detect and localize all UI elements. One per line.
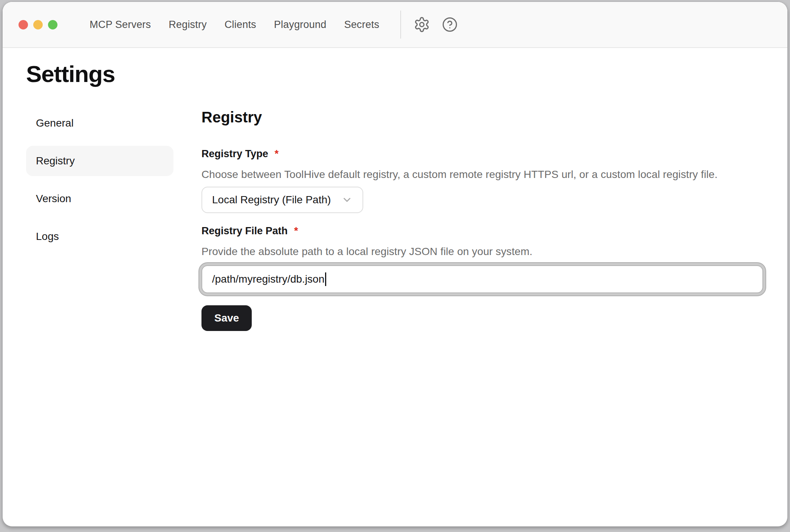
settings-gear-icon[interactable]: [413, 16, 431, 33]
topbar-icons: [413, 16, 459, 33]
registry-file-path-input[interactable]: /path/myregistry/db.json: [201, 265, 763, 293]
sidebar-item-registry[interactable]: Registry: [26, 146, 173, 176]
registry-type-selected-value: Local Registry (File Path): [212, 194, 331, 206]
registry-type-label-row: Registry Type *: [201, 148, 763, 160]
sidebar-item-version[interactable]: Version: [26, 184, 173, 214]
traffic-lights: [19, 20, 57, 29]
zoom-window-button[interactable]: [48, 20, 57, 29]
settings-sidebar: General Registry Version Logs: [26, 108, 173, 259]
registry-file-path-label-row: Registry File Path *: [201, 225, 763, 237]
help-circle-icon[interactable]: [441, 16, 459, 33]
registry-type-label: Registry Type: [201, 148, 268, 160]
nav-divider: [400, 11, 401, 39]
settings-page: Settings General Registry Version Logs R…: [3, 48, 787, 331]
required-asterisk: *: [275, 148, 279, 160]
close-window-button[interactable]: [19, 20, 28, 29]
sidebar-item-general[interactable]: General: [26, 108, 173, 138]
registry-type-select[interactable]: Local Registry (File Path): [201, 187, 363, 213]
nav-item-clients[interactable]: Clients: [225, 19, 256, 31]
nav-item-registry[interactable]: Registry: [169, 19, 207, 31]
minimize-window-button[interactable]: [33, 20, 43, 29]
page-title: Settings: [26, 61, 763, 87]
registry-file-path-description: Provide the absolute path to a local reg…: [201, 246, 763, 258]
top-navigation: MCP Servers Registry Clients Playground …: [90, 19, 379, 31]
section-title: Registry: [201, 108, 763, 126]
nav-item-secrets[interactable]: Secrets: [344, 19, 379, 31]
chevron-down-icon: [341, 194, 353, 206]
registry-file-path-label: Registry File Path: [201, 225, 288, 237]
registry-file-path-value: /path/myregistry/db.json: [212, 273, 324, 285]
nav-item-mcp-servers[interactable]: MCP Servers: [90, 19, 151, 31]
text-cursor: [325, 272, 326, 286]
sidebar-item-logs[interactable]: Logs: [26, 221, 173, 252]
save-button[interactable]: Save: [201, 305, 252, 331]
desktop-background: MCP Servers Registry Clients Playground …: [0, 0, 790, 532]
registry-settings-panel: Registry Registry Type * Choose between …: [201, 108, 763, 331]
nav-item-playground[interactable]: Playground: [274, 19, 327, 31]
app-window: MCP Servers Registry Clients Playground …: [2, 2, 788, 527]
title-bar[interactable]: MCP Servers Registry Clients Playground …: [3, 2, 787, 48]
required-asterisk: *: [294, 225, 298, 237]
registry-type-description: Choose between ToolHive default registry…: [201, 169, 763, 181]
